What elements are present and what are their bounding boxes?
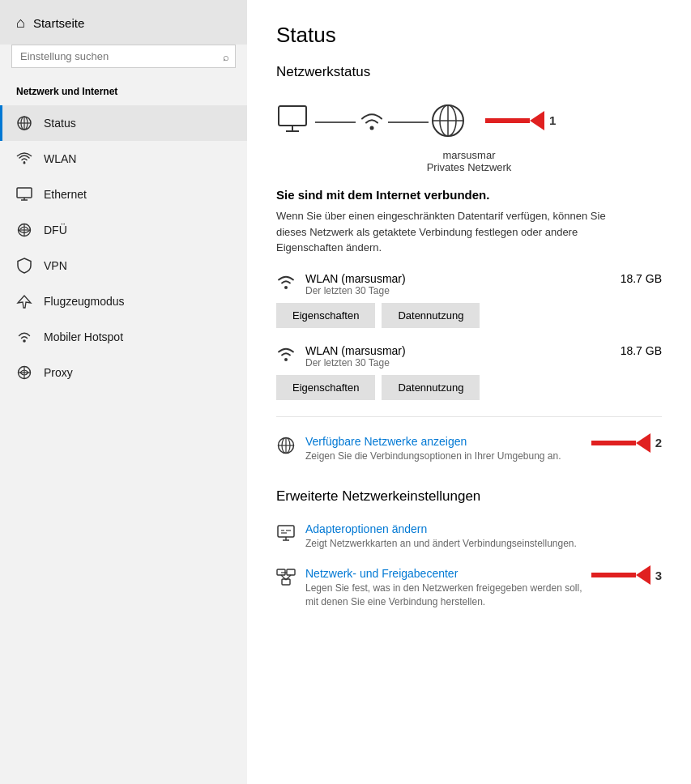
available-networks-desc: Zeigen Sie die Verbindungsoptionen in Ih…	[305, 450, 561, 463]
arrow-shaft-2	[591, 441, 636, 445]
svg-rect-37	[287, 569, 295, 575]
sidebar-item-label-ethernet: Ethernet	[44, 188, 87, 201]
sidebar-item-label-dfu: DFÜ	[44, 224, 67, 236]
proxy-icon	[16, 364, 32, 381]
sidebar-item-dfu[interactable]: DFÜ	[0, 212, 247, 248]
network-card-2-sub: Der letzten 30 Tage	[305, 357, 406, 369]
network-card-1-info: WLAN (marsusmar) Der letzten 30 Tage	[276, 272, 406, 296]
arrow-head-1	[530, 111, 544, 130]
divider-1	[276, 416, 662, 417]
svg-point-4	[23, 162, 26, 164]
sidebar-search-container: ⌕	[11, 45, 236, 68]
arrow-head-2	[636, 433, 650, 453]
arrow-head-3	[636, 565, 650, 585]
monitor-icon	[16, 186, 32, 202]
globe-diagram-icon	[430, 103, 466, 141]
sidebar-item-flugzeugmodus[interactable]: Flugzeugmodus	[0, 283, 247, 319]
svg-rect-5	[17, 188, 32, 198]
arrow-shaft-1	[485, 118, 530, 123]
sidebar-item-label-flugzeugmodus: Flugzeugmodus	[44, 295, 125, 308]
search-icon: ⌕	[223, 50, 229, 62]
network-card-1: WLAN (marsusmar) Der letzten 30 Tage 18.…	[276, 272, 662, 328]
annotation-number-2: 2	[655, 436, 662, 450]
freigabe-link[interactable]: Netzwerk- und Freigabecenter Legen Sie f…	[276, 562, 583, 614]
annotation-number-1: 1	[549, 113, 556, 127]
network-card-1-size: 18.7 GB	[621, 272, 662, 285]
datennutzung-button-2[interactable]: Datennutzung	[382, 375, 480, 400]
network-diagram	[276, 103, 466, 141]
eigenschaften-button-2[interactable]: Eigenschaften	[276, 375, 375, 400]
wifi-diagram-icon	[357, 109, 386, 135]
network-globe-icon	[276, 437, 296, 458]
eigenschaften-button-1[interactable]: Eigenschaften	[276, 303, 375, 328]
network-card-1-buttons: Eigenschaften Datennutzung	[276, 303, 662, 328]
svg-point-18	[370, 126, 374, 130]
sidebar-item-status[interactable]: Status	[0, 105, 247, 141]
freigabe-desc: Legen Sie fest, was in den Netzwerken fr…	[305, 582, 583, 609]
adapter-desc: Zeigt Netzwerkkarten an und ändert Verbi…	[305, 537, 577, 551]
available-networks-title: Verfügbare Netzwerke anzeigen	[305, 435, 561, 448]
shield-icon	[16, 258, 32, 274]
datennutzung-button-1[interactable]: Datennutzung	[382, 303, 480, 328]
svg-point-23	[284, 286, 288, 289]
section-erweitert: Erweiterte Netzwerkeinstellungen	[276, 488, 662, 505]
home-icon: ⌂	[16, 15, 25, 32]
sidebar-item-label-status: Status	[44, 117, 76, 130]
network-card-1-name: WLAN (marsusmar)	[305, 272, 406, 285]
section-netzwerkstatus: Netzwerkstatus	[276, 64, 662, 80]
wlan-icon-1	[276, 274, 296, 294]
sidebar-home-button[interactable]: ⌂ Startseite	[0, 0, 247, 45]
wifi-icon	[16, 151, 32, 167]
network-label: marsusmar Privates Netzwerk	[276, 149, 662, 173]
sidebar-home-label: Startseite	[33, 16, 84, 30]
page-title: Status	[276, 23, 662, 48]
network-line-1	[315, 121, 356, 123]
annotation-number-3: 3	[655, 569, 662, 582]
svg-point-24	[284, 358, 288, 361]
network-card-2-header: WLAN (marsusmar) Der letzten 30 Tage 18.…	[276, 344, 662, 369]
network-card-2: WLAN (marsusmar) Der letzten 30 Tage 18.…	[276, 344, 662, 400]
sidebar-item-vpn[interactable]: VPN	[0, 248, 247, 283]
sidebar-item-label-wlan: WLAN	[44, 152, 76, 165]
freigabe-title: Netzwerk- und Freigabecenter	[305, 567, 583, 580]
network-card-1-header: WLAN (marsusmar) Der letzten 30 Tage 18.…	[276, 272, 662, 296]
sidebar: ⌂ Startseite ⌕ Netzwerk und Internet Sta…	[0, 0, 247, 784]
svg-rect-38	[282, 579, 290, 585]
main-content: Status Netzwerkstatus	[247, 0, 691, 784]
connection-text: Sie sind mit dem Internet verbunden.	[276, 188, 662, 202]
sidebar-item-wlan[interactable]: WLAN	[0, 141, 247, 177]
arrow-shaft-3	[591, 573, 636, 577]
network-card-2-size: 18.7 GB	[621, 344, 662, 357]
network-card-1-sub: Der letzten 30 Tage	[305, 285, 406, 296]
globe-icon	[16, 115, 32, 131]
svg-rect-15	[279, 106, 306, 126]
phone-icon	[16, 222, 32, 238]
search-input[interactable]	[11, 45, 236, 68]
network-card-2-buttons: Eigenschaften Datennutzung	[276, 375, 662, 400]
adapter-icon	[276, 524, 296, 546]
available-networks-link[interactable]: Verfügbare Netzwerke anzeigen Zeigen Sie…	[276, 430, 561, 468]
connection-desc: Wenn Sie über einen eingeschränkten Date…	[276, 208, 616, 256]
plane-icon	[16, 293, 32, 309]
adapter-title: Adapteroptionen ändern	[305, 522, 577, 535]
sidebar-item-label-hotspot: Mobiler Hotspot	[44, 330, 123, 343]
sidebar-item-ethernet[interactable]: Ethernet	[0, 177, 247, 212]
svg-rect-30	[278, 526, 294, 537]
network-line-2	[388, 121, 429, 123]
sidebar-item-hotspot[interactable]: Mobiler Hotspot	[0, 319, 247, 355]
computer-icon	[276, 104, 314, 139]
sidebar-item-proxy[interactable]: Proxy	[0, 355, 247, 390]
network-card-2-info: WLAN (marsusmar) Der letzten 30 Tage	[276, 344, 406, 369]
svg-point-11	[23, 339, 26, 343]
freigabe-icon	[276, 569, 296, 590]
sidebar-section-title: Netzwerk und Internet	[0, 81, 247, 105]
network-card-2-name: WLAN (marsusmar)	[305, 344, 406, 357]
sidebar-item-label-proxy: Proxy	[44, 366, 73, 379]
adapter-link[interactable]: Adapteroptionen ändern Zeigt Netzwerkkar…	[276, 518, 662, 556]
sidebar-item-label-vpn: VPN	[44, 259, 67, 272]
hotspot-icon	[16, 329, 32, 345]
wlan-icon-2	[276, 346, 296, 366]
